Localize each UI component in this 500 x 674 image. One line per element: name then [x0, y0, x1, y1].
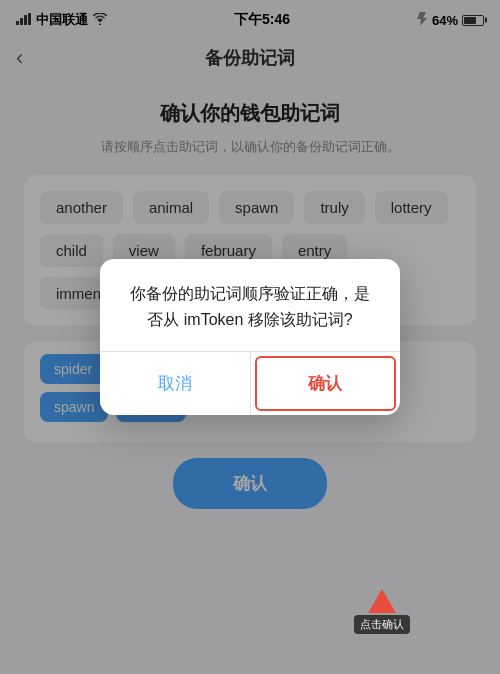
annotation-text: 点击确认: [354, 615, 410, 634]
dialog: 你备份的助记词顺序验证正确，是否从 imToken 移除该助记词? 取消 确认: [100, 259, 400, 414]
dialog-confirm-wrap: 确认: [251, 352, 401, 415]
dialog-cancel-button[interactable]: 取消: [100, 352, 251, 415]
arrow-annotation: 点击确认: [354, 589, 410, 634]
dialog-overlay: 你备份的助记词顺序验证正确，是否从 imToken 移除该助记词? 取消 确认: [0, 0, 500, 674]
dialog-actions: 取消 确认: [100, 352, 400, 415]
dialog-message: 你备份的助记词顺序验证正确，是否从 imToken 移除该助记词?: [100, 259, 400, 350]
arrow-up-icon: [368, 589, 396, 613]
dialog-confirm-button[interactable]: 确认: [255, 356, 397, 411]
